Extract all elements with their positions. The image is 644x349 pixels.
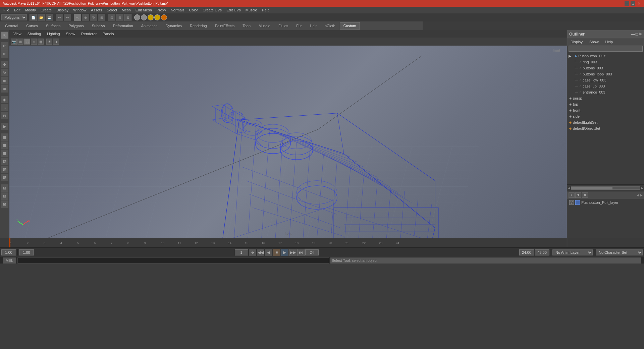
rotate-tool[interactable]: ↻: [1, 69, 8, 76]
current-time-input[interactable]: [1, 249, 16, 255]
vp-menu-view[interactable]: View: [11, 31, 24, 37]
layer1-icon[interactable]: ▦: [1, 133, 8, 141]
char-set-dropdown[interactable]: No Character Set: [596, 249, 643, 255]
vp-wire-icon[interactable]: ⬚: [24, 39, 30, 45]
quick-sel1[interactable]: ⊡: [1, 184, 8, 192]
menu-create-uvs[interactable]: Create UVs: [201, 7, 224, 13]
tab-painteffects[interactable]: PaintEffects: [211, 22, 238, 30]
outliner-scrollbar-h[interactable]: [571, 186, 640, 190]
menu-edit-mesh[interactable]: Edit Mesh: [133, 7, 154, 13]
tree-item-default-object-set[interactable]: ◆ defaultObjectSet: [567, 125, 644, 131]
snap2-icon[interactable]: ⊟: [116, 14, 123, 21]
outliner-scroll-left[interactable]: ◀: [568, 186, 570, 190]
menu-proxy[interactable]: Proxy: [155, 7, 168, 13]
lasso-tool[interactable]: ⟳: [1, 42, 8, 50]
tree-item-buttons-loop003[interactable]: └─ ○ buttons_loop_003: [567, 71, 644, 77]
layer2-icon[interactable]: ▦: [1, 141, 8, 149]
playback-end-input[interactable]: [535, 249, 549, 255]
sculpt-tool[interactable]: ⌂: [1, 104, 8, 111]
undo-icon[interactable]: ↩: [56, 14, 63, 21]
timeline-ruler[interactable]: 1 2 3 4 5 6 7 8 9 10 11 12 13 14 15 16 1…: [9, 238, 567, 247]
menu-assets[interactable]: Assets: [89, 7, 104, 13]
vp-smooth-icon[interactable]: ○: [31, 39, 37, 45]
playback-start-input[interactable]: [519, 249, 534, 255]
save-file-icon[interactable]: 💾: [46, 14, 53, 21]
tree-item-buttons003[interactable]: └─ ○ buttons_003: [567, 65, 644, 71]
play-back-button[interactable]: ◀: [265, 249, 272, 256]
select-tool[interactable]: ↖: [1, 32, 8, 39]
layer5-icon[interactable]: ▨: [1, 166, 8, 173]
vp-menu-lighting[interactable]: Lighting: [44, 31, 63, 37]
open-file-icon[interactable]: 📂: [38, 14, 45, 21]
outliner-menu-display[interactable]: Display: [569, 39, 585, 45]
play-range-end[interactable]: [305, 249, 319, 255]
universal-tool[interactable]: ⊕: [1, 85, 8, 93]
menu-display[interactable]: Display: [54, 7, 70, 13]
render-icon[interactable]: ▶: [1, 123, 8, 130]
tab-fluids[interactable]: Fluids: [275, 22, 292, 30]
layer-item-pushbutton[interactable]: V Pushbutton_Pult_layer: [567, 199, 644, 206]
close-button[interactable]: ✕: [637, 1, 641, 6]
viewport-canvas[interactable]: X Y front front: [9, 46, 567, 238]
outliner-minimize[interactable]: —: [631, 32, 635, 37]
stop-button[interactable]: ■: [273, 249, 280, 256]
tree-item-default-light-set[interactable]: ◆ defaultLightSet: [567, 119, 644, 125]
tab-curves[interactable]: Curves: [22, 22, 42, 30]
tab-ncloth[interactable]: nCloth: [321, 22, 339, 30]
menu-help[interactable]: Help: [260, 7, 272, 13]
vp-menu-renderer[interactable]: Renderer: [78, 31, 99, 37]
layer-scroll-left[interactable]: ◀: [637, 193, 639, 197]
layer-new-btn[interactable]: +: [569, 192, 575, 198]
tree-item-top[interactable]: ◈ top: [567, 101, 644, 107]
menu-color[interactable]: Color: [187, 7, 200, 13]
layer-options-btn[interactable]: ▼: [575, 192, 581, 198]
minimize-button[interactable]: —: [625, 1, 629, 6]
tree-item-entrance003[interactable]: └─ ○ entrance_003: [567, 89, 644, 95]
show-manipulator-tool[interactable]: ⊠: [1, 112, 8, 119]
move-tool[interactable]: ✥: [1, 61, 8, 68]
layer3-icon[interactable]: ▦: [1, 150, 8, 157]
paint-select-tool[interactable]: ✏: [1, 50, 8, 58]
tab-toon[interactable]: Toon: [239, 22, 254, 30]
transform-icon[interactable]: ⊕: [82, 14, 89, 21]
play-first-button[interactable]: ⏮: [249, 249, 256, 256]
outliner-search-input[interactable]: [569, 46, 643, 52]
menu-edit[interactable]: Edit: [12, 7, 22, 13]
tree-item-pushbutton-pult[interactable]: ▶ ◆ Pushbutton_Pult: [567, 53, 644, 59]
outliner-menu-help[interactable]: Help: [603, 39, 615, 45]
soft-mod-tool[interactable]: ◉: [1, 96, 8, 103]
vp-lights-icon[interactable]: ☀: [46, 39, 52, 45]
tab-dynamics[interactable]: Dynamics: [162, 22, 185, 30]
tab-hair[interactable]: Hair: [306, 22, 320, 30]
new-file-icon[interactable]: 📄: [30, 14, 37, 21]
tab-general[interactable]: General: [1, 22, 22, 30]
rotate-icon[interactable]: ↻: [90, 14, 97, 21]
tab-fur[interactable]: Fur: [292, 22, 306, 30]
range-start-input[interactable]: [19, 249, 34, 255]
tree-item-case-low003[interactable]: └─ ○ case_low_003: [567, 77, 644, 83]
select-icon[interactable]: ↖: [74, 14, 81, 21]
title-bar-controls[interactable]: — □ ✕: [625, 1, 641, 6]
tree-item-case-up003[interactable]: └─ ○ case_up_003: [567, 83, 644, 89]
vp-cam-icon[interactable]: 📷: [11, 39, 17, 45]
vp-texture-icon[interactable]: ▦: [38, 39, 44, 45]
menu-modify[interactable]: Modify: [23, 7, 38, 13]
menu-edit-uvs[interactable]: Edit UVs: [224, 7, 243, 13]
menu-window[interactable]: Window: [71, 7, 88, 13]
vp-menu-panels[interactable]: Panels: [100, 31, 117, 37]
layer-vis-toggle[interactable]: V: [569, 200, 574, 205]
vp-menu-show[interactable]: Show: [63, 31, 78, 37]
vp-shadow-icon[interactable]: ◑: [53, 39, 59, 45]
tree-item-ring003[interactable]: └─ ○ ring_003: [567, 59, 644, 65]
layer6-icon[interactable]: ▩: [1, 174, 8, 181]
maximize-button[interactable]: □: [631, 1, 635, 6]
outliner-close[interactable]: ✕: [639, 32, 642, 37]
tab-deformation[interactable]: Deformation: [109, 22, 137, 30]
layer-scroll-right[interactable]: ▶: [640, 193, 643, 197]
quick-sel3[interactable]: ⊠: [1, 200, 8, 208]
command-line-input[interactable]: [17, 257, 329, 264]
outliner-menu-show[interactable]: Show: [587, 39, 601, 45]
tree-item-side[interactable]: ◈ side: [567, 113, 644, 119]
tree-item-front[interactable]: ◈ front: [567, 107, 644, 113]
tab-rendering[interactable]: Rendering: [186, 22, 211, 30]
